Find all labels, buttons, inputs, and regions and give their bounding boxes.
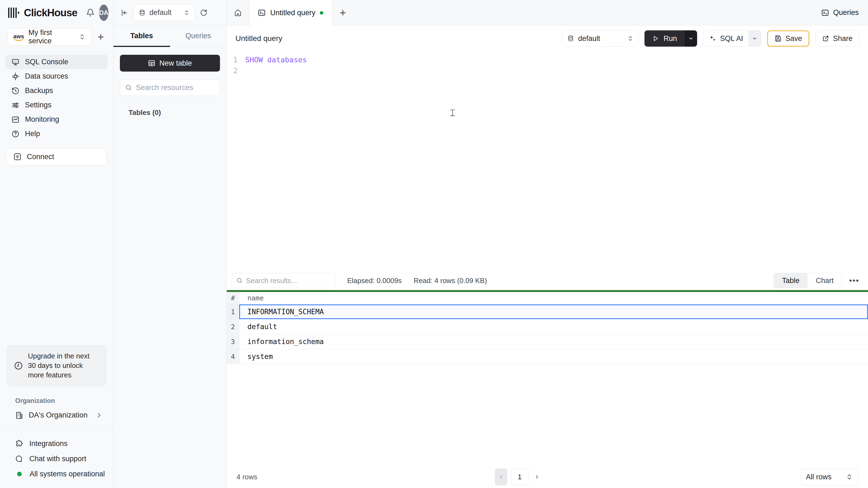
home-icon xyxy=(234,9,242,17)
save-button[interactable]: Save xyxy=(767,30,809,46)
main-area: Untitled query + Queries Untitled query xyxy=(227,0,868,488)
sidebar-item-label: Settings xyxy=(25,101,52,109)
home-tab[interactable] xyxy=(227,0,249,25)
service-name: My first service xyxy=(29,29,74,45)
sql-ai-options-button[interactable] xyxy=(748,31,761,46)
connect-label: Connect xyxy=(27,153,54,161)
results-search[interactable] xyxy=(231,273,335,288)
chevron-updown-icon xyxy=(627,35,633,42)
sql-editor[interactable]: 1 SHOW databases 2 xyxy=(227,52,868,271)
prev-page-button[interactable] xyxy=(495,468,507,485)
chat-support-link[interactable]: Chat with support xyxy=(15,451,113,466)
sidebar-item-settings[interactable]: Settings xyxy=(5,98,108,112)
row-cell-name[interactable]: default xyxy=(239,319,868,334)
editor-line: 2 xyxy=(227,65,868,76)
sql-code: SHOW databases xyxy=(245,56,307,64)
backups-icon xyxy=(11,87,20,95)
line-number: 1 xyxy=(227,56,245,64)
row-number: 3 xyxy=(227,334,239,349)
database-selector[interactable]: default xyxy=(133,5,195,21)
upgrade-notice-text: Upgrade in the next 30 days to unlock mo… xyxy=(28,351,99,380)
queries-panel-label: Queries xyxy=(833,8,859,17)
table-row[interactable]: 3 information_schema xyxy=(227,334,868,349)
avatar[interactable]: DA xyxy=(99,5,108,21)
sidebar-item-backups[interactable]: Backups xyxy=(5,84,108,98)
sql-ai-label: SQL AI xyxy=(720,34,743,43)
current-page[interactable]: 1 xyxy=(511,468,528,485)
service-selector[interactable]: aws My first service xyxy=(8,28,91,45)
clock-icon xyxy=(14,361,23,370)
tab-tables[interactable]: Tables xyxy=(113,26,170,46)
help-icon xyxy=(11,130,20,138)
sql-ai-button[interactable]: SQL AI xyxy=(703,31,749,46)
queries-panel-button[interactable]: Queries xyxy=(821,0,859,25)
active-query-tab-label: Untitled query xyxy=(270,9,315,17)
view-toggle-table[interactable]: Table xyxy=(774,273,808,288)
results-search-input[interactable] xyxy=(246,276,331,285)
chevron-down-icon xyxy=(752,36,757,41)
run-button-group: Run xyxy=(645,30,697,46)
upgrade-notice[interactable]: Upgrade in the next 30 days to unlock mo… xyxy=(7,345,106,386)
table-row[interactable]: 2 default xyxy=(227,319,868,334)
results-panel: Elapsed: 0.0009s Read: 4 rows (0.09 KB) … xyxy=(227,271,868,488)
data-sources-icon xyxy=(11,72,20,80)
row-cell-name[interactable]: system xyxy=(239,349,868,364)
system-status-link[interactable]: All systems operational xyxy=(15,466,113,482)
database-icon xyxy=(567,35,574,42)
more-options-icon[interactable]: ••• xyxy=(849,276,863,285)
view-toggle-chart[interactable]: Chart xyxy=(807,273,842,288)
query-tabstrip: Untitled query + Queries xyxy=(227,0,868,26)
run-database-selector[interactable]: default xyxy=(562,30,639,46)
terminal-icon xyxy=(258,9,266,17)
share-button[interactable]: Share xyxy=(815,30,859,46)
sidebar-item-monitoring[interactable]: Monitoring xyxy=(5,112,108,127)
integrations-link[interactable]: Integrations xyxy=(15,436,113,451)
run-options-button[interactable] xyxy=(685,30,697,46)
sidebar-item-data-sources[interactable]: Data sources xyxy=(5,69,108,84)
status-green-dot-icon xyxy=(17,472,22,476)
app-window: ClickHouse DA aws My first service + xyxy=(0,0,868,488)
resource-search-input[interactable] xyxy=(136,84,215,92)
chat-bubble-icon xyxy=(15,455,23,463)
new-table-button[interactable]: New table xyxy=(120,55,220,72)
sidebar-footer: Integrations Chat with support All syste… xyxy=(0,430,113,488)
column-header-name[interactable]: name xyxy=(239,292,868,304)
organization-name: DA's Organization xyxy=(29,411,88,419)
system-status-label: All systems operational xyxy=(30,470,105,478)
explorer-tabs: Tables Queries xyxy=(113,26,226,46)
next-page-button[interactable] xyxy=(532,474,542,480)
database-selector-value: default xyxy=(150,8,172,17)
run-database-value: default xyxy=(578,34,600,43)
page-size-value: All rows xyxy=(806,473,832,481)
row-cell-name[interactable]: information_schema xyxy=(239,334,868,349)
integrations-label: Integrations xyxy=(29,440,67,448)
column-header-num[interactable]: # xyxy=(227,292,239,304)
sidebar-item-help[interactable]: Help xyxy=(5,127,108,141)
page-size-selector[interactable]: All rows xyxy=(800,468,858,485)
organization-row[interactable]: DA's Organization xyxy=(0,404,113,426)
explorer-panel: default Tables Queries xyxy=(113,0,227,488)
table-row[interactable]: 4 system xyxy=(227,349,868,364)
new-query-tab-button[interactable]: + xyxy=(332,0,354,25)
query-toolbar: Untitled query default xyxy=(227,26,868,52)
add-service-button[interactable]: + xyxy=(96,31,105,42)
row-cell-name[interactable]: INFORMATION_SCHEMA xyxy=(239,304,868,319)
sidebar-item-sql-console[interactable]: SQL Console xyxy=(5,55,108,69)
explorer-body: New table Tables (0) xyxy=(113,46,226,125)
notifications-bell-icon[interactable] xyxy=(86,8,95,17)
sidebar-item-label: Backups xyxy=(25,87,53,95)
refresh-icon[interactable] xyxy=(199,9,208,17)
run-button[interactable]: Run xyxy=(645,30,685,46)
sidebar-item-label: SQL Console xyxy=(25,58,68,66)
query-title[interactable]: Untitled query xyxy=(236,34,282,43)
results-table-header: # name xyxy=(227,292,868,304)
query-success-bar xyxy=(227,290,868,292)
collapse-panel-icon[interactable] xyxy=(120,9,129,17)
results-toolbar: Elapsed: 0.0009s Read: 4 rows (0.09 KB) … xyxy=(227,271,868,290)
resource-search[interactable] xyxy=(120,79,220,96)
active-query-tab[interactable]: Untitled query xyxy=(249,0,332,26)
table-row[interactable]: 1 INFORMATION_SCHEMA xyxy=(227,304,868,319)
tab-queries[interactable]: Queries xyxy=(170,26,227,46)
connect-button[interactable]: Connect xyxy=(6,148,106,165)
search-icon xyxy=(236,278,243,284)
